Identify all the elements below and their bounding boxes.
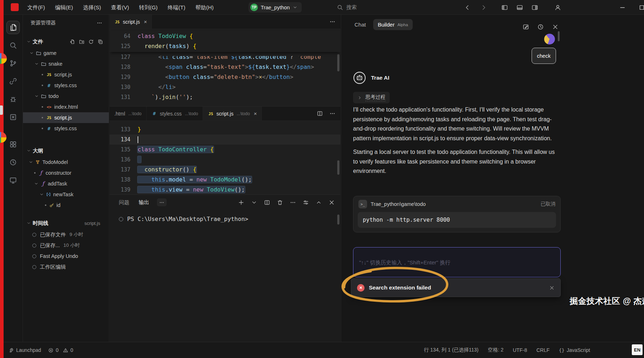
- thinking-toggle[interactable]: 思考过程: [353, 92, 390, 103]
- status-item-2[interactable]: UTF-8: [513, 347, 527, 353]
- check-button[interactable]: check: [532, 48, 556, 64]
- menu-item-3[interactable]: 查看(V): [106, 0, 134, 15]
- chevron-up-icon[interactable]: [316, 199, 322, 206]
- tune-icon[interactable]: [303, 199, 309, 206]
- file-index.html[interactable]: <>index.html: [23, 102, 109, 112]
- chevron-down-icon[interactable]: [251, 199, 257, 206]
- scrollbar[interactable]: [558, 31, 560, 41]
- history-icon[interactable]: [537, 24, 544, 30]
- refresh-icon[interactable]: [88, 39, 94, 44]
- code-line-64[interactable]: 64class TodoView {: [110, 31, 340, 41]
- explorer-icon[interactable]: [4, 18, 23, 36]
- new-folder-icon[interactable]: [79, 39, 84, 44]
- menu-item-2[interactable]: 选择(S): [78, 0, 106, 15]
- editor-tab-stylescss[interactable]: #styles.css...\todo: [147, 107, 203, 121]
- outline-id[interactable]: id: [23, 200, 109, 211]
- code-line-130[interactable]: 130 </li>: [110, 82, 340, 92]
- code-line-129[interactable]: 129 <button class="delete-btn">×</button…: [110, 72, 340, 82]
- tab-builder[interactable]: Builder Alpha: [373, 19, 413, 30]
- scrollbar[interactable]: [337, 54, 339, 71]
- editor-tab-html[interactable]: .html...\todo: [110, 107, 147, 121]
- close-icon[interactable]: [329, 199, 335, 206]
- code-line-125[interactable]: 125 render(tasks) {: [110, 41, 340, 51]
- new-file-icon[interactable]: [70, 39, 75, 44]
- menu-item-5[interactable]: 终端(T): [163, 0, 190, 15]
- code-line-138[interactable]: 138 this.model = new TodoModel();: [110, 175, 340, 185]
- status-item-0[interactable]: 行 134, 列 1 (已选择113): [424, 347, 478, 353]
- global-search[interactable]: 搜索: [337, 0, 357, 15]
- toggle-panel-icon[interactable]: [516, 4, 523, 11]
- terminal[interactable]: PS C:\Users\Ma\Desktop\Trae_python>: [110, 210, 340, 222]
- test-icon[interactable]: [4, 108, 23, 126]
- code-line-133[interactable]: 133}: [110, 124, 340, 135]
- close-icon[interactable]: [549, 285, 555, 291]
- editor-tab-scriptjs[interactable]: JS script.js ×: [110, 15, 152, 29]
- menu-item-0[interactable]: 文件(F): [22, 0, 50, 15]
- timeline-item-1[interactable]: 已保存...10 小时: [23, 240, 109, 251]
- launchpad-button[interactable]: Launchpad: [9, 347, 41, 353]
- add-icon[interactable]: [238, 199, 244, 206]
- trash-icon[interactable]: [277, 199, 283, 206]
- file-script.js[interactable]: JSscript.js: [23, 112, 109, 123]
- menu-item-6[interactable]: 帮助(H): [190, 0, 219, 15]
- code-line-134[interactable]: 134: [110, 135, 340, 145]
- timeline-item-3[interactable]: 工作区编辑: [23, 262, 109, 272]
- status-item-1[interactable]: 空格: 2: [488, 347, 504, 353]
- back-icon[interactable]: [464, 4, 471, 11]
- history-icon[interactable]: [4, 153, 23, 171]
- project-switcher[interactable]: TP Trae_python: [249, 2, 302, 13]
- remote-icon[interactable]: [4, 72, 23, 90]
- new-chat-icon[interactable]: [523, 24, 529, 30]
- more-icon[interactable]: [329, 19, 335, 25]
- status-item-3[interactable]: CRLF: [536, 347, 550, 353]
- collapse-all-icon[interactable]: [98, 39, 103, 44]
- split-editor-icon[interactable]: [317, 110, 323, 117]
- chat-input[interactable]: [353, 247, 561, 277]
- section-outline[interactable]: 大纲: [23, 145, 109, 157]
- more-icon[interactable]: [97, 20, 102, 26]
- debug-icon[interactable]: [4, 90, 23, 108]
- more-icon[interactable]: [290, 199, 296, 206]
- code-line-131[interactable]: 131 `).join('');: [110, 92, 340, 102]
- scrollbar[interactable]: [337, 160, 339, 175]
- more-icon[interactable]: [157, 198, 167, 206]
- close-icon[interactable]: [552, 24, 559, 30]
- maximize-icon[interactable]: [639, 4, 644, 11]
- scrollbar[interactable]: [337, 215, 339, 225]
- section-files[interactable]: 文件: [23, 36, 109, 48]
- file-script.js[interactable]: JSscript.js: [23, 69, 109, 80]
- panel-tab-问题[interactable]: 问题: [119, 199, 129, 206]
- file-styles.css[interactable]: #styles.css: [23, 123, 109, 134]
- code-line-139[interactable]: 139 this.view = new TodoView();: [110, 185, 340, 194]
- outline-addTask[interactable]: ƒaddTask: [23, 178, 109, 189]
- toggle-sidebar-icon[interactable]: [501, 4, 508, 11]
- code-line-135[interactable]: 135class TodoController {: [110, 145, 340, 155]
- close-icon[interactable]: ×: [144, 19, 147, 25]
- problems-button[interactable]: 0 0: [48, 347, 73, 353]
- code-line-137[interactable]: 137 constructor() {: [110, 165, 340, 175]
- section-timeline[interactable]: 时间线 script.js: [23, 217, 109, 229]
- timeline-item-0[interactable]: 已保存文件9 小时: [23, 229, 109, 240]
- search-icon[interactable]: [4, 36, 23, 54]
- editor-tab-scriptjs[interactable]: JSscript.js...\todo×: [203, 107, 262, 121]
- toggle-secondary-sidebar-icon[interactable]: [532, 4, 538, 11]
- panel-tab-输出[interactable]: 输出: [139, 199, 149, 206]
- split-icon[interactable]: [264, 199, 270, 206]
- folder-todo[interactable]: todo: [23, 91, 109, 102]
- forward-icon[interactable]: [481, 4, 487, 11]
- code-line-128[interactable]: 128 <span class="task-text">${task.text}…: [110, 62, 340, 72]
- more-icon[interactable]: [329, 110, 335, 117]
- minimize-icon[interactable]: [619, 4, 626, 11]
- monitor-icon[interactable]: [4, 171, 23, 189]
- close-icon[interactable]: ×: [254, 110, 257, 117]
- folder-snake[interactable]: snake: [23, 58, 109, 69]
- menu-item-1[interactable]: 编辑(E): [50, 0, 78, 15]
- timeline-item-2[interactable]: Fast Apply Undo: [23, 251, 109, 262]
- file-styles.css[interactable]: #styles.css: [23, 80, 109, 91]
- folder-game[interactable]: game: [23, 48, 109, 58]
- tab-chat[interactable]: Chat: [353, 19, 367, 30]
- account-icon[interactable]: [555, 4, 561, 11]
- outline-newTask[interactable]: newTask: [23, 189, 109, 200]
- status-item-4[interactable]: {}JavaScript: [559, 347, 590, 353]
- outline-constructor[interactable]: ƒconstructor: [23, 168, 109, 178]
